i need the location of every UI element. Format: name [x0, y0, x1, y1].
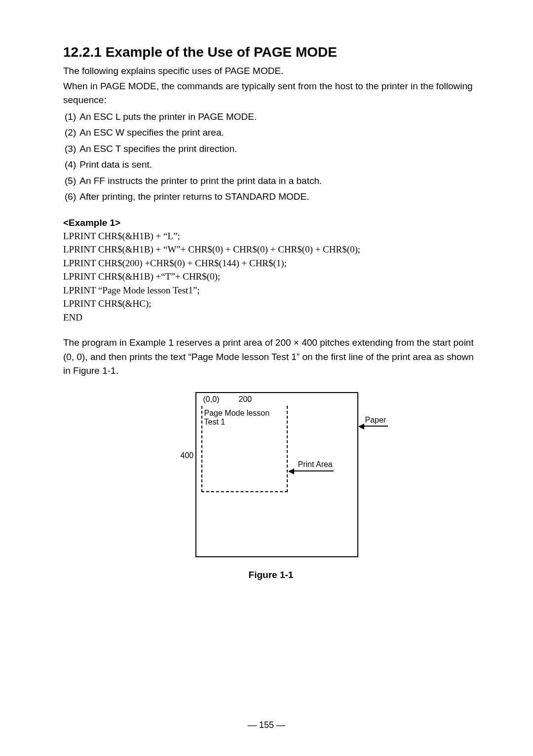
origin-label: (0,0) [203, 395, 220, 404]
step-text: An ESC W specifies the print area. [79, 125, 322, 141]
step-row: (2)An ESC W specifies the print area. [64, 125, 322, 141]
print-area-box: Page Mode lesson Test 1 [201, 406, 288, 492]
explanation-paragraph: The program in Example 1 reserves a prin… [63, 336, 479, 378]
arrow-paper-icon [359, 426, 388, 427]
step-row: (6)After printing, the printer returns t… [64, 189, 322, 205]
arrow-print-area-icon [289, 470, 334, 471]
code-line: LPRINT CHR$(&H1B) + “L”; [63, 229, 479, 243]
code-line: LPRINT CHR$(&HC); [63, 297, 479, 311]
step-num: (5) [64, 174, 78, 189]
step-num: (2) [64, 125, 78, 141]
section-heading: 12.2.1 Example of the Use of PAGE MODE [63, 44, 479, 60]
paper-label: Paper [365, 416, 386, 425]
steps-list: (1)An ESC L puts the printer in PAGE MOD… [63, 108, 323, 206]
step-num: (3) [64, 142, 78, 157]
step-text: An FF instructs the printer to print the… [79, 174, 322, 189]
step-text: Print data is sent. [79, 157, 322, 173]
printed-text-line-2: Test 1 [204, 418, 226, 426]
step-text: An ESC L puts the printer in PAGE MODE. [79, 109, 322, 125]
code-line: LPRINT CHR$(200) +CHR$(0) + CHR$(144) + … [63, 256, 479, 270]
code-line: LPRINT CHR$(&H1B) + “W”+ CHR$(0) + CHR$(… [63, 243, 479, 256]
example-title: <Example 1> [63, 217, 479, 228]
page-number: — 155 — [0, 720, 533, 730]
step-text: An ESC T specifies the print direction. [79, 142, 322, 157]
step-num: (4) [64, 157, 78, 173]
step-row: (5)An FF instructs the printer to print … [64, 174, 322, 189]
code-line: END [63, 311, 479, 324]
step-num: (1) [64, 109, 78, 125]
width-label: 200 [239, 395, 252, 404]
print-area-label: Print Area [298, 460, 333, 469]
step-row: (1)An ESC L puts the printer in PAGE MOD… [64, 109, 322, 125]
step-row: (3)An ESC T specifies the print directio… [64, 142, 322, 157]
printed-text-line-1: Page Mode lesson [204, 409, 270, 417]
diagram: Page Mode lesson Test 1 (0,0) 200 400 Pa… [166, 392, 363, 560]
intro-line-1: The following explains specific uses of … [63, 64, 479, 78]
height-label: 400 [181, 451, 194, 460]
figure: Page Mode lesson Test 1 (0,0) 200 400 Pa… [63, 392, 479, 580]
step-text: After printing, the printer returns to S… [79, 189, 322, 205]
code-line: LPRINT “Page Mode lesson Test1”; [63, 284, 479, 297]
step-num: (6) [64, 189, 78, 205]
intro-line-2: When in PAGE MODE, the commands are typi… [63, 79, 479, 108]
step-row: (4)Print data is sent. [64, 157, 322, 173]
code-line: LPRINT CHR$(&H1B) +“T”+ CHR$(0); [63, 270, 479, 284]
figure-caption: Figure 1-1 [63, 570, 479, 580]
